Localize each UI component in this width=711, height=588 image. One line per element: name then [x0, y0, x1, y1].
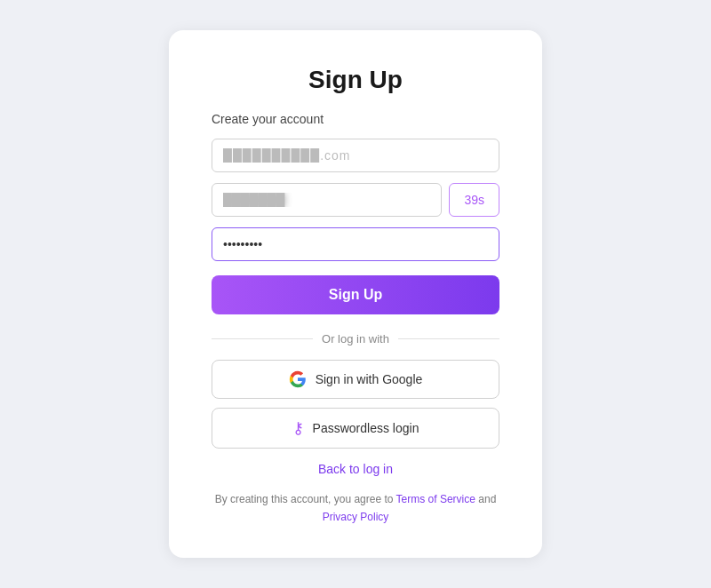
terms-notice: By creating this account, you agree to T… — [212, 491, 499, 525]
privacy-policy-link[interactable]: Privacy Policy — [323, 511, 389, 523]
page-title: Sign Up — [212, 66, 499, 94]
email-row — [212, 139, 499, 172]
otp-row: 39s — [212, 183, 499, 217]
divider-text: Or log in with — [322, 332, 389, 346]
key-icon: ⚷ — [292, 418, 304, 438]
back-to-login-container: Back to log in — [212, 461, 499, 477]
signup-card: Sign Up Create your account 39s Sign Up … — [169, 30, 542, 557]
divider-line-right — [398, 338, 499, 339]
google-signin-button[interactable]: Sign in with Google — [212, 360, 499, 399]
otp-timer-button[interactable]: 39s — [449, 183, 499, 217]
divider-line-left — [212, 338, 313, 339]
back-to-login-link[interactable]: Back to log in — [318, 462, 393, 476]
signup-button[interactable]: Sign Up — [212, 275, 499, 314]
password-row — [212, 227, 499, 261]
form-subtitle: Create your account — [212, 112, 499, 126]
divider: Or log in with — [212, 332, 499, 346]
password-field[interactable] — [212, 227, 499, 261]
passwordless-login-button[interactable]: ⚷ Passwordless login — [212, 408, 499, 449]
google-button-label: Sign in with Google — [316, 372, 423, 386]
otp-input[interactable] — [212, 183, 442, 217]
email-field[interactable] — [212, 139, 499, 172]
terms-of-service-link[interactable]: Terms of Service — [396, 493, 475, 505]
passwordless-button-label: Passwordless login — [313, 421, 419, 435]
google-icon — [289, 370, 307, 388]
